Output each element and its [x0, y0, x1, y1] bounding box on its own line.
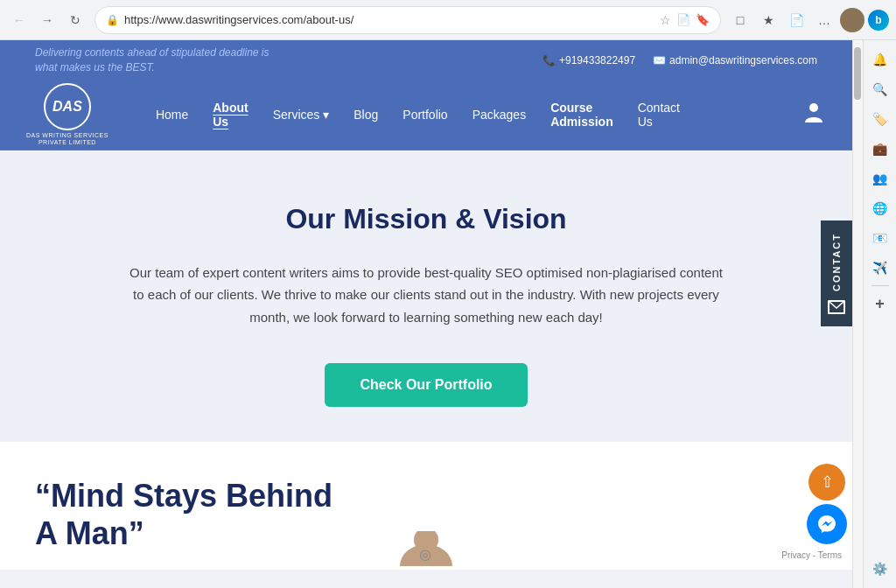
main-content-section: Our Mission & Vision Our team of expert … [0, 150, 852, 443]
add-sidebar-button[interactable]: + [868, 291, 892, 316]
messenger-button[interactable] [807, 504, 847, 544]
portfolio-cta-button[interactable]: Check Our Portfolio [325, 363, 527, 407]
star-icon[interactable]: ☆ [660, 13, 671, 27]
search-sidebar-icon[interactable]: 🔍 [868, 77, 892, 102]
navbar: DAS DAS WRITING SERVICES PRIVATE LIMITED… [0, 80, 852, 150]
scrollbar-thumb[interactable] [854, 47, 861, 100]
phone-contact[interactable]: 📞 +919433822497 [542, 54, 635, 66]
browser-actions: □ ★ 📄 … b [728, 8, 889, 32]
nav-course[interactable]: CourseAdmission [538, 92, 626, 137]
phone-icon: 📞 [542, 54, 556, 66]
split-view-icon[interactable]: □ [728, 8, 752, 32]
settings-sidebar-button[interactable]: ⚙️ [868, 556, 892, 581]
address-bar[interactable]: 🔒 https://www.daswritingservices.com/abo… [94, 6, 721, 34]
nav-portfolio[interactable]: Portfolio [390, 99, 459, 130]
nav-blog[interactable]: Blog [341, 99, 390, 130]
scrollbar[interactable] [852, 40, 863, 588]
banner-tagline: Delivering contents ahead of stipulated … [35, 46, 270, 75]
email-contact[interactable]: ✉️ admin@daswritingservices.com [653, 54, 817, 66]
contact-sidebar-button[interactable]: CONTACT [821, 220, 852, 326]
logo-circle: DAS [44, 83, 91, 130]
location-indicator: ◎ [419, 546, 431, 563]
url-text: https://www.daswritingservices.com/about… [124, 13, 654, 26]
sidebar-divider [872, 285, 889, 286]
privacy-notice: Privacy - Terms [781, 550, 842, 560]
banner-contacts: 📞 +919433822497 ✉️ admin@daswritingservi… [542, 54, 817, 66]
refresh-button[interactable]: ↻ [63, 8, 88, 32]
briefcase-icon[interactable]: 💼 [868, 136, 892, 161]
more-tools-button[interactable]: … [812, 8, 836, 32]
contact-envelope-icon [828, 300, 845, 314]
browser-right-sidebar: 🔔 🔍 🏷️ 💼 👥 🌐 📧 ✈️ + ⚙️ [863, 40, 896, 588]
bell-icon[interactable]: 🔔 [868, 47, 892, 72]
page-wrapper: Delivering contents ahead of stipulated … [0, 40, 852, 588]
collection-icon[interactable]: 🔖 [696, 13, 710, 26]
mission-body: Our team of expert content writers aims … [129, 262, 724, 329]
email-icon: ✉️ [653, 54, 666, 66]
top-banner: Delivering contents ahead of stipulated … [0, 40, 852, 80]
website: Delivering contents ahead of stipulated … [0, 40, 852, 588]
nav-contact[interactable]: ContactUs [626, 92, 692, 137]
scroll-top-button[interactable]: ⇧ [808, 464, 845, 500]
edge-logo: b [868, 10, 889, 31]
nav-packages[interactable]: Packages [460, 99, 538, 130]
svg-point-0 [809, 103, 818, 112]
outlook-icon[interactable]: 📧 [868, 226, 892, 250]
user-icon[interactable] [802, 100, 826, 130]
nav-buttons: ← → ↻ [7, 8, 88, 32]
profile-button[interactable] [840, 8, 864, 32]
back-button[interactable]: ← [7, 8, 32, 32]
nav-home[interactable]: Home [144, 99, 200, 130]
lower-quote: “Mind Stays Behind A Man” [35, 477, 368, 552]
collections-icon[interactable]: 📄 [784, 8, 808, 32]
people-icon[interactable]: 👥 [868, 166, 892, 191]
nav-services[interactable]: Services ▾ [261, 99, 342, 130]
tag-icon[interactable]: 🏷️ [868, 107, 892, 131]
globe-icon[interactable]: 🌐 [868, 196, 892, 220]
logo[interactable]: DAS DAS WRITING SERVICES PRIVATE LIMITED [26, 83, 108, 147]
forward-button[interactable]: → [35, 8, 60, 32]
send-icon[interactable]: ✈️ [868, 256, 892, 280]
logo-tagline: DAS WRITING SERVICES PRIVATE LIMITED [26, 132, 108, 147]
lower-section: “Mind Stays Behind A Man” ◎ [0, 442, 852, 570]
nav-items: Home AboutUs Services ▾ Blog Portfolio P… [144, 92, 802, 137]
favorites-icon[interactable]: ★ [756, 8, 780, 32]
reader-icon[interactable]: 📄 [676, 13, 690, 26]
mission-title: Our Mission & Vision [35, 203, 817, 235]
browser-chrome: ← → ↻ 🔒 https://www.daswritingservices.c… [0, 0, 896, 40]
nav-about[interactable]: AboutUs [200, 92, 260, 137]
lock-icon: 🔒 [106, 14, 119, 26]
